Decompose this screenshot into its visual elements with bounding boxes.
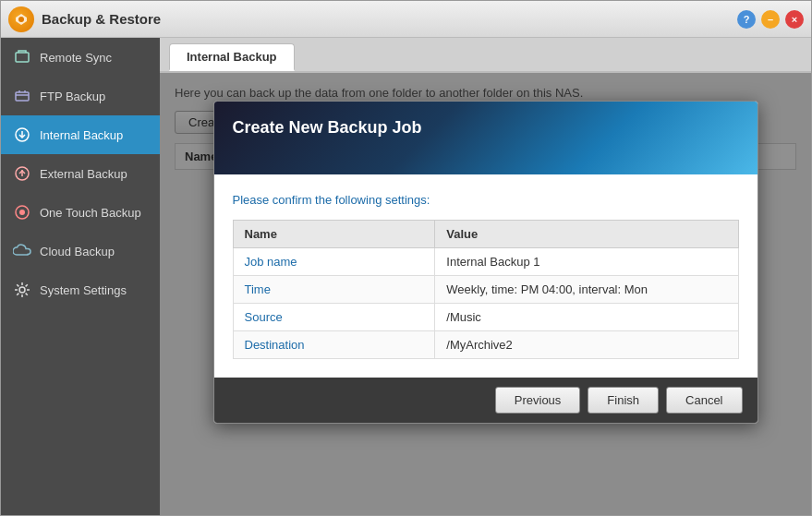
sidebar: Remote Sync FTP Backup — [1, 38, 160, 515]
field-value: /Music — [435, 304, 738, 331]
sidebar-item-cloud-backup[interactable]: Cloud Backup — [1, 232, 160, 270]
sidebar-item-system-settings[interactable]: System Settings — [1, 270, 160, 309]
title-bar: Backup & Restore ? – × — [1, 1, 811, 38]
svg-point-11 — [19, 210, 25, 215]
cancel-button[interactable]: Cancel — [666, 387, 742, 414]
tab-internal-backup[interactable]: Internal Backup — [169, 43, 295, 71]
settings-icon — [12, 280, 32, 300]
modal-title: Create New Backup Job — [233, 118, 739, 138]
svg-rect-1 — [16, 53, 29, 62]
content-area: Remote Sync FTP Backup — [1, 38, 811, 515]
confirm-text: Please confirm the following settings: — [233, 193, 739, 207]
sidebar-item-ftp-backup[interactable]: FTP Backup — [1, 77, 160, 115]
tab-bar: Internal Backup — [160, 38, 811, 73]
sidebar-item-external-backup[interactable]: External Backup — [1, 154, 160, 193]
sidebar-label-one-touch: One Touch Backup — [40, 206, 141, 220]
finish-button[interactable]: Finish — [588, 387, 659, 414]
field-name: Source — [233, 304, 435, 331]
external-icon — [12, 163, 32, 184]
confirm-header-name: Name — [233, 221, 435, 248]
field-name: Destination — [233, 331, 435, 359]
modal-header: Create New Backup Job — [214, 102, 757, 174]
table-row: Source /Music — [233, 304, 738, 331]
svg-point-0 — [18, 17, 24, 22]
panel-content: Here you can back up the data from one f… — [160, 73, 811, 515]
table-row: Time Weekly, time: PM 04:00, interval: M… — [233, 276, 738, 304]
sidebar-label-cloud-backup: Cloud Backup — [40, 245, 115, 258]
field-name: Job name — [233, 248, 435, 276]
help-button[interactable]: ? — [737, 10, 756, 29]
field-value: Internal Backup 1 — [435, 248, 738, 276]
main-window: Backup & Restore ? – × Remote Sync — [0, 0, 812, 516]
field-value: Weekly, time: PM 04:00, interval: Mon — [435, 276, 738, 304]
field-value: /MyArchive2 — [435, 331, 738, 359]
confirm-header-value: Value — [435, 221, 738, 248]
modal-footer: Previous Finish Cancel — [214, 378, 757, 423]
svg-point-12 — [19, 287, 25, 293]
main-panel: Internal Backup Here you can back up the… — [160, 38, 811, 515]
close-button[interactable]: × — [785, 10, 804, 29]
table-row: Destination /MyArchive2 — [233, 331, 738, 359]
modal-overlay: Create New Backup Job Please confirm the… — [160, 73, 811, 515]
touch-icon — [12, 202, 32, 222]
sidebar-label-ftp-backup: FTP Backup — [40, 90, 105, 103]
sidebar-item-internal-backup[interactable]: Internal Backup — [1, 115, 160, 154]
confirm-table: Name Value Job name Internal Backup 1 Ti… — [233, 220, 739, 359]
ftp-icon — [12, 86, 32, 106]
svg-rect-2 — [16, 92, 29, 101]
sync-icon — [12, 47, 32, 67]
app-title: Backup & Restore — [42, 11, 737, 27]
modal-body: Please confirm the following settings: N… — [214, 174, 757, 378]
minimize-button[interactable]: – — [761, 10, 780, 29]
internal-icon — [12, 125, 32, 145]
modal-dialog: Create New Backup Job Please confirm the… — [213, 101, 758, 424]
sidebar-label-system-settings: System Settings — [40, 283, 127, 297]
sidebar-item-one-touch[interactable]: One Touch Backup — [1, 193, 160, 232]
cloud-icon — [12, 241, 32, 261]
sidebar-label-remote-sync: Remote Sync — [40, 51, 112, 65]
previous-button[interactable]: Previous — [495, 387, 581, 414]
window-controls: ? – × — [737, 10, 804, 29]
sidebar-label-external-backup: External Backup — [40, 167, 127, 181]
table-row: Job name Internal Backup 1 — [233, 248, 738, 276]
app-icon — [8, 6, 34, 32]
sidebar-label-internal-backup: Internal Backup — [40, 128, 123, 142]
sidebar-item-remote-sync[interactable]: Remote Sync — [1, 38, 160, 77]
field-name: Time — [233, 276, 435, 304]
